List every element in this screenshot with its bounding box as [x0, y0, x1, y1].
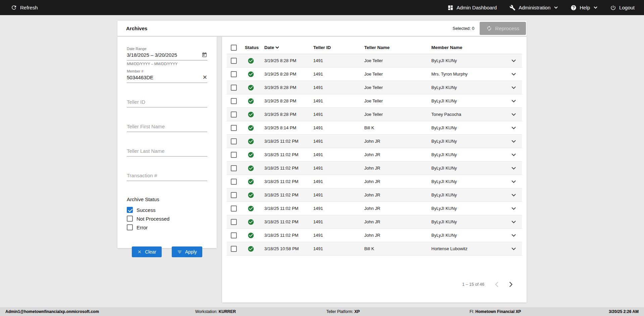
row-checkbox[interactable] — [231, 219, 237, 225]
row-checkbox[interactable] — [231, 111, 237, 118]
row-teller-id: 1491 — [313, 125, 364, 130]
expand-row-chevron-icon[interactable] — [510, 166, 517, 171]
row-checkbox[interactable] — [231, 125, 237, 131]
expand-row-chevron-icon[interactable] — [510, 125, 517, 131]
row-checkbox[interactable] — [231, 138, 237, 144]
teller-id-field: Teller ID — [127, 98, 207, 107]
reprocess-icon — [486, 26, 492, 31]
archive-status-option[interactable]: Error — [127, 224, 207, 230]
status-checkbox[interactable] — [127, 224, 133, 230]
row-checkbox[interactable] — [231, 192, 237, 198]
expand-row-chevron-icon[interactable] — [510, 139, 517, 144]
column-header-teller-id[interactable]: Teller ID — [313, 45, 364, 50]
expand-row-chevron-icon[interactable] — [510, 58, 517, 63]
column-header-member-name[interactable]: Member Name — [431, 45, 505, 50]
row-teller-name: Joe Teller — [364, 112, 431, 117]
apply-button-label: Apply — [185, 249, 197, 255]
platform-label: Teller Platform: — [326, 309, 353, 314]
expand-row-chevron-icon[interactable] — [510, 112, 517, 117]
workstation-value: KURRER — [219, 309, 236, 314]
select-all-checkbox[interactable] — [231, 45, 237, 51]
status-checkbox[interactable] — [127, 216, 133, 222]
success-status-icon — [248, 165, 254, 172]
transaction-number-input[interactable]: Transaction # — [127, 171, 207, 181]
row-teller-id: 1491 — [313, 166, 364, 171]
row-member-name: ByLyJI KUNy — [431, 58, 505, 63]
row-checkbox[interactable] — [231, 179, 237, 185]
member-number-input[interactable]: 5034463DE ✕ — [127, 73, 207, 83]
row-teller-name: Joe Teller — [364, 98, 431, 103]
apply-button[interactable]: Apply — [172, 246, 202, 257]
row-checkbox[interactable] — [231, 98, 237, 104]
date-range-input[interactable]: 3/18/2025 – 3/20/2025 — [127, 51, 207, 60]
clear-member-icon[interactable]: ✕ — [203, 75, 207, 80]
column-header-teller-name[interactable]: Teller Name — [364, 45, 431, 50]
teller-last-name-input[interactable]: Teller Last Name — [127, 147, 207, 156]
expand-row-chevron-icon[interactable] — [510, 192, 517, 198]
expand-row-chevron-icon[interactable] — [510, 85, 517, 90]
success-status-icon — [248, 151, 254, 158]
expand-row-chevron-icon[interactable] — [510, 179, 517, 184]
row-checkbox[interactable] — [231, 232, 237, 238]
table-row: 3/19/25 8:28 PM 1491 Joe Teller ByLyJI K… — [227, 54, 522, 67]
column-header-date[interactable]: Date — [264, 45, 313, 50]
row-teller-name: John JR — [364, 192, 431, 197]
expand-row-chevron-icon[interactable] — [510, 72, 517, 77]
success-status-icon — [248, 232, 254, 239]
table-row: 3/18/25 11:02 PM 1491 John JR ByLyJI KUN… — [227, 188, 522, 202]
archive-status-heading: Archive Status — [127, 196, 207, 202]
next-page-button[interactable] — [509, 282, 513, 287]
date-range-field: Date Range 3/18/2025 – 3/20/2025 MM/DD/Y… — [127, 47, 207, 66]
row-member-name: ByLyJI KUNy — [431, 85, 505, 90]
clear-button[interactable]: Clear — [132, 246, 161, 257]
reprocess-button[interactable]: Reprocess — [480, 22, 526, 35]
admin-dashboard-button[interactable]: Admin Dashboard — [447, 5, 497, 11]
row-checkbox[interactable] — [231, 165, 237, 171]
expand-row-chevron-icon[interactable] — [510, 98, 517, 104]
table-header-row: Status Date Teller ID Teller Name Member… — [227, 41, 522, 54]
help-menu[interactable]: Help — [571, 5, 597, 11]
success-status-icon — [248, 205, 254, 212]
expand-row-chevron-icon[interactable] — [510, 246, 517, 252]
status-checkbox[interactable] — [127, 207, 133, 213]
fi-value: Hometown Financial XP — [475, 309, 521, 314]
teller-id-input[interactable]: Teller ID — [127, 98, 207, 107]
expand-row-chevron-icon[interactable] — [510, 233, 517, 238]
calendar-icon[interactable] — [202, 52, 207, 58]
expand-row-chevron-icon[interactable] — [510, 206, 517, 211]
workstation-info: Workstation: KURRER — [195, 309, 236, 314]
row-teller-id: 1491 — [313, 246, 364, 251]
archives-table-card: Status Date Teller ID Teller Name Member… — [222, 37, 527, 303]
administration-menu[interactable]: Administration — [509, 5, 558, 11]
logout-button[interactable]: Logout — [610, 5, 635, 11]
member-number-value: 5034463DE — [127, 75, 153, 80]
success-status-icon — [248, 84, 254, 91]
row-checkbox[interactable] — [231, 58, 237, 64]
success-status-icon — [248, 111, 254, 118]
column-header-status[interactable]: Status — [245, 45, 264, 50]
filter-icon — [177, 250, 182, 255]
date-column-label: Date — [264, 45, 274, 50]
row-member-name: Toney Pacocha — [431, 112, 505, 117]
archive-status-option[interactable]: Success — [127, 207, 207, 213]
expand-row-chevron-icon[interactable] — [510, 152, 517, 157]
row-checkbox[interactable] — [231, 85, 237, 91]
date-range-value: 3/18/2025 – 3/20/2025 — [127, 52, 177, 58]
row-checkbox[interactable] — [231, 206, 237, 212]
success-status-icon — [248, 98, 254, 104]
teller-first-name-input[interactable]: Teller First Name — [127, 122, 207, 132]
row-checkbox[interactable] — [231, 246, 237, 252]
row-date: 3/18/25 11:02 PM — [264, 152, 313, 157]
archive-status-option[interactable]: Not Processed — [127, 216, 207, 222]
main-content: Archives Selected: 0 Reprocess Date Ran — [0, 15, 644, 307]
previous-page-button[interactable] — [495, 282, 498, 287]
table-row: 3/19/25 8:28 PM 1491 Joe Teller Toney Pa… — [227, 108, 522, 121]
header-actions: Selected: 0 Reprocess — [452, 21, 526, 36]
expand-row-chevron-icon[interactable] — [510, 219, 517, 225]
wrench-icon — [509, 5, 516, 11]
row-member-name: ByLyJI KUNy — [431, 179, 505, 184]
refresh-button[interactable]: Refresh — [11, 4, 38, 11]
row-checkbox[interactable] — [231, 71, 237, 77]
row-checkbox[interactable] — [231, 152, 237, 158]
row-teller-name: John JR — [364, 206, 431, 211]
